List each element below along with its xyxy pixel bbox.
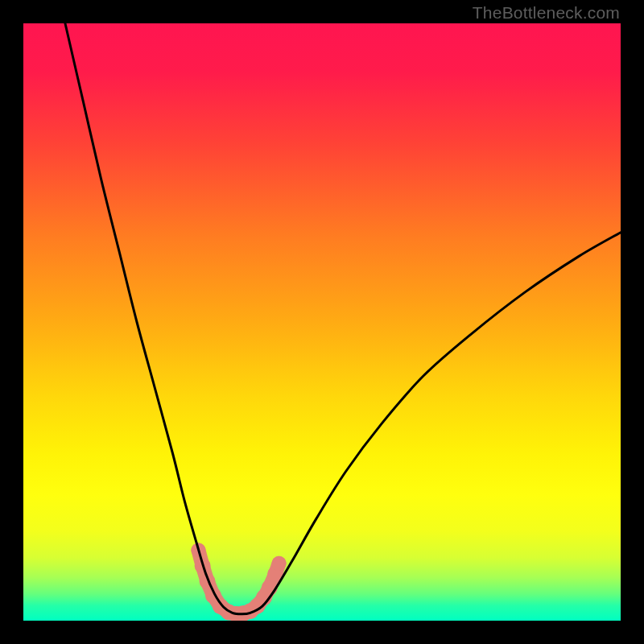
optimal-range-markers	[191, 543, 286, 621]
outer-frame: TheBottleneck.com	[0, 0, 644, 644]
bottleneck-curve	[65, 23, 621, 614]
chart-svg	[23, 23, 621, 621]
plot-area	[23, 23, 621, 621]
watermark-text: TheBottleneck.com	[473, 3, 620, 23]
svg-point-14	[272, 556, 287, 571]
